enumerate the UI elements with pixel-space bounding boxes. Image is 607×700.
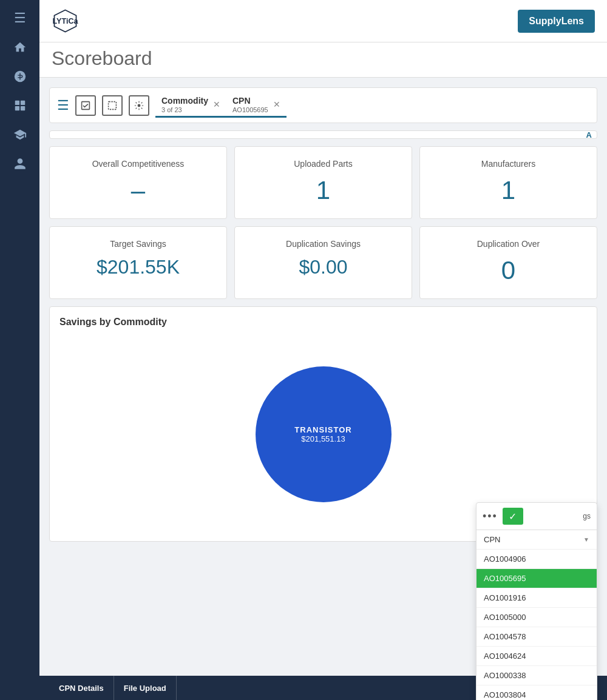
header: LYTiCa SupplyLens xyxy=(39,0,607,42)
stat-label-dup-over: Duplication Over xyxy=(477,239,540,249)
bottom-tab-cpn-details[interactable]: CPN Details xyxy=(49,676,114,700)
stat-value-target: $201.55K xyxy=(97,256,180,278)
dropdown-item[interactable]: AO1001916 xyxy=(476,588,597,608)
stat-value-manufacturers: 1 xyxy=(501,176,515,205)
stat-label-overall: Overall Competitiveness xyxy=(92,159,185,169)
page-title-bar: Scoreboard xyxy=(39,42,607,78)
dropdown-select-label: CPN xyxy=(484,535,500,544)
sidebar-item-dashboard[interactable] xyxy=(8,93,32,118)
svg-rect-2 xyxy=(20,101,24,105)
dropdown-item[interactable]: AO1000338 xyxy=(476,666,597,685)
stat-value-dup-over: 0 xyxy=(501,256,515,285)
dropdown-item[interactable]: AO1005000 xyxy=(476,608,597,627)
sidebar-item-menu[interactable]: ☰ xyxy=(8,6,32,30)
stat-value-overall: – xyxy=(131,176,145,205)
stat-value-dup-savings: $0.00 xyxy=(299,256,347,278)
stat-label-dup-savings: Duplication Savings xyxy=(286,239,361,249)
dropdown-item[interactable]: AO1004906 xyxy=(476,550,597,569)
logo: LYTiCa xyxy=(52,7,79,35)
hamburger-button[interactable]: ☰ xyxy=(57,99,69,112)
dropdown-gs-label: gs xyxy=(583,512,591,520)
commodity-tab-sub: 3 of 23 xyxy=(161,106,208,113)
donut-center-value: $201,551.13 xyxy=(294,434,351,443)
sidebar-item-home[interactable] xyxy=(8,35,32,59)
donut-chart: TRANSISTOR $201,551.13 xyxy=(239,349,409,519)
dropdown-item[interactable]: AO1004578 xyxy=(476,627,597,647)
donut-center-label: TRANSISTOR xyxy=(294,425,351,434)
select-all-button[interactable] xyxy=(75,95,96,116)
donut-center-info: TRANSISTOR $201,551.13 xyxy=(294,425,351,443)
content-area: ☰ Commodity 3 of 23 ✕ xyxy=(39,78,607,700)
cpn-tab-close[interactable]: ✕ xyxy=(273,99,280,109)
svg-point-9 xyxy=(138,104,141,107)
svg-rect-4 xyxy=(20,106,24,110)
dropdown-item[interactable]: AO1003804 xyxy=(476,685,597,700)
settings-button[interactable] xyxy=(129,95,149,116)
svg-rect-8 xyxy=(109,101,117,109)
logo-icon: LYTiCa xyxy=(52,7,79,35)
dropdown-panel: ••• ✓ gs CPN ▼ AO1004906AO1005695AO10019… xyxy=(476,502,597,700)
filter-tabs: Commodity 3 of 23 ✕ CPN AO1005695 ✕ xyxy=(155,93,589,118)
stat-label-target: Target Savings xyxy=(110,239,166,249)
supply-lens-button[interactable]: SupplyLens xyxy=(518,10,595,33)
sidebar-item-education[interactable] xyxy=(8,123,32,147)
stat-card-dup-savings: Duplication Savings $0.00 xyxy=(234,226,412,299)
svg-text:LYTiCa: LYTiCa xyxy=(53,17,79,25)
chevron-down-icon: ▼ xyxy=(583,536,589,543)
separator-row: A xyxy=(49,130,597,139)
cpn-tab-sub: AO1005695 xyxy=(232,106,268,113)
savings-header: Savings by Commodity xyxy=(59,317,587,328)
page-title: Scoreboard xyxy=(52,47,595,70)
stat-value-uploaded: 1 xyxy=(316,176,330,205)
dropdown-item[interactable]: AO1005695 xyxy=(476,569,597,588)
main-content: LYTiCa SupplyLens Scoreboard ☰ xyxy=(39,0,607,700)
bottom-tab-file-upload[interactable]: File Upload xyxy=(114,676,177,700)
dropdown-check-button[interactable]: ✓ xyxy=(503,508,523,525)
stats-row-2: Target Savings $201.55K Duplication Savi… xyxy=(49,226,597,299)
savings-title: Savings by Commodity xyxy=(59,317,167,328)
dropdown-select-header[interactable]: CPN ▼ xyxy=(476,530,597,550)
sidebar: ☰ xyxy=(0,0,39,700)
stat-card-manufacturers: Manufacturers 1 xyxy=(419,146,597,219)
commodity-tab-label: Commodity xyxy=(161,96,208,106)
filter-tab-commodity[interactable]: Commodity 3 of 23 ✕ xyxy=(155,93,226,118)
svg-rect-3 xyxy=(15,106,19,110)
stat-card-target: Target Savings $201.55K xyxy=(49,226,227,299)
cpn-tab-label: CPN xyxy=(232,96,251,106)
toolbar: ☰ Commodity 3 of 23 ✕ xyxy=(49,87,597,123)
dropdown-item[interactable]: AO1004624 xyxy=(476,647,597,666)
stat-card-dup-over: Duplication Over 0 xyxy=(419,226,597,299)
dropdown-items-container: AO1004906AO1005695AO1001916AO1005000AO10… xyxy=(476,550,597,700)
filter-tab-cpn[interactable]: CPN AO1005695 ✕ xyxy=(226,93,287,118)
sidebar-item-savings[interactable] xyxy=(8,64,32,89)
deselect-button[interactable] xyxy=(102,95,123,116)
stat-card-overall: Overall Competitiveness – xyxy=(49,146,227,219)
dropdown-toolbar: ••• ✓ gs xyxy=(476,503,597,530)
commodity-tab-close[interactable]: ✕ xyxy=(213,99,220,109)
stats-row-1: Overall Competitiveness – Uploaded Parts… xyxy=(49,146,597,219)
stat-label-uploaded: Uploaded Parts xyxy=(294,159,353,169)
separator-label: A xyxy=(586,130,592,140)
stat-label-manufacturers: Manufacturers xyxy=(481,159,535,169)
stat-card-uploaded: Uploaded Parts 1 xyxy=(234,146,412,219)
svg-rect-1 xyxy=(15,101,19,105)
sidebar-item-user[interactable] xyxy=(8,152,32,176)
dropdown-dots-button[interactable]: ••• xyxy=(483,510,498,523)
